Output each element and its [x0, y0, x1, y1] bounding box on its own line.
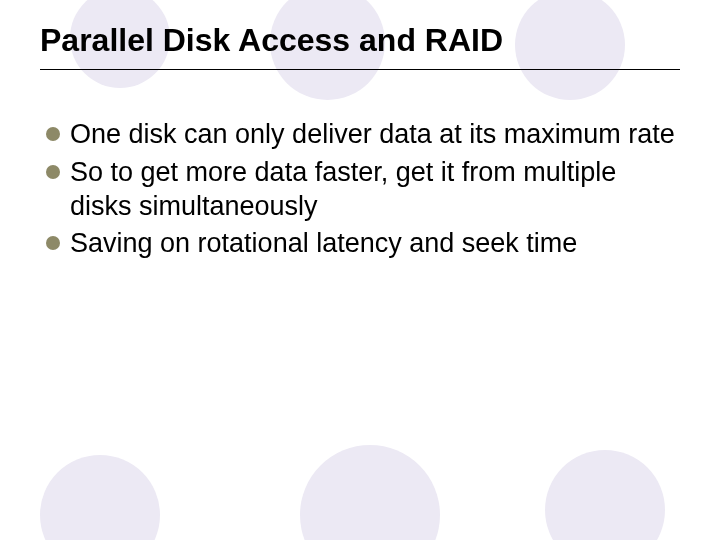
- slide-title: Parallel Disk Access and RAID: [40, 22, 680, 59]
- list-item: One disk can only deliver data at its ma…: [44, 118, 680, 152]
- title-underline: [40, 69, 680, 70]
- slide: Parallel Disk Access and RAID One disk c…: [0, 0, 720, 540]
- bullet-list: One disk can only deliver data at its ma…: [40, 118, 680, 261]
- list-item: So to get more data faster, get it from …: [44, 156, 680, 224]
- list-item: Saving on rotational latency and seek ti…: [44, 227, 680, 261]
